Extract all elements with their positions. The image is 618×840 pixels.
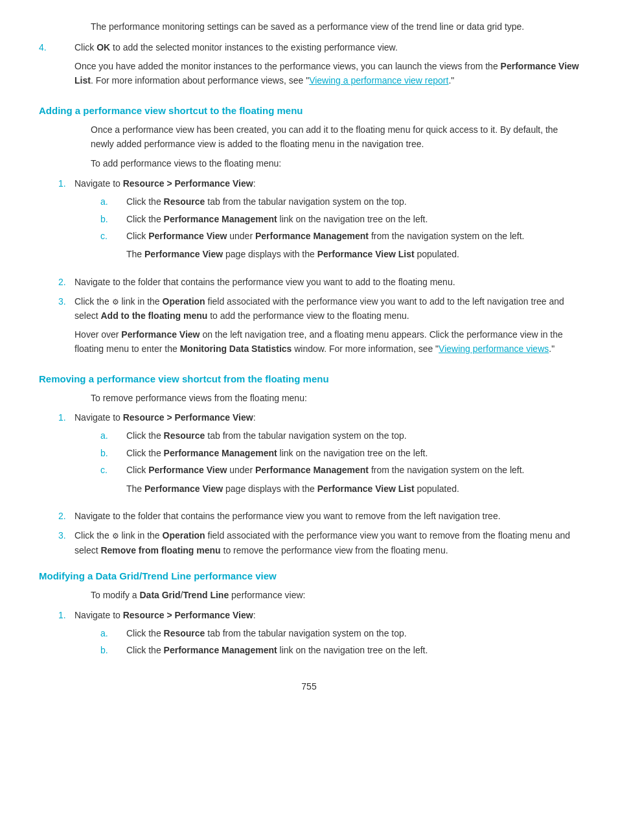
gear-icon-1: ⚙	[112, 296, 119, 309]
section3-heading: Modifying a Data Grid/Trend Line perform…	[39, 570, 579, 581]
gear-icon-2: ⚙	[112, 530, 119, 542]
section3-step1b-text: Click the Performance Management link on…	[126, 643, 579, 657]
section2-step1a-text: Click the Resource tab from the tabular …	[126, 428, 579, 443]
section3-step1b-letter: b.	[100, 643, 126, 657]
step4-content: Click OK to add the selected monitor ins…	[74, 40, 579, 91]
section1-intro-block: Once a performance view has been created…	[91, 122, 579, 171]
section1-step3-sub: Hover over Performance View on the left …	[74, 327, 579, 356]
section1-step2: 2. Navigate to the folder that contains …	[39, 275, 579, 289]
step4-sub: Once you have added the monitor instance…	[74, 59, 579, 88]
section2-step3-num: 3.	[39, 528, 74, 557]
section2-step1b: b. Click the Performance Management link…	[100, 446, 579, 460]
section2-step1c: c. Click Performance View under Performa…	[100, 463, 579, 500]
section3-step1-text: Navigate to Resource > Performance View:	[74, 610, 256, 620]
step4-item: 4. Click OK to add the selected monitor …	[39, 40, 579, 91]
section1-step1c-sub: The Performance View page displays with …	[126, 247, 579, 261]
section1-step1b-text: Click the Performance Management link on…	[126, 212, 579, 226]
section1-step1c-content: Click Performance View under Performance…	[126, 229, 579, 266]
section3-step1a: a. Click the Resource tab from the tabul…	[100, 626, 579, 640]
section3-step1-num: 1.	[39, 608, 74, 662]
section1-step1c-letter: c.	[100, 229, 126, 266]
step4-number: 4.	[39, 40, 74, 91]
section3-step1-content: Navigate to Resource > Performance View:…	[74, 608, 579, 662]
section1-step1b-letter: b.	[100, 212, 126, 226]
section2-step3-content: Click the ⚙ link in the Operation field …	[74, 528, 579, 557]
section3-step1b: b. Click the Performance Management link…	[100, 643, 579, 657]
section1-step3-num: 3.	[39, 294, 74, 360]
section2-step1c-content: Click Performance View under Performance…	[126, 463, 579, 500]
section2-step1-num: 1.	[39, 410, 74, 504]
section1-intro: Once a performance view has been created…	[91, 122, 579, 152]
section2-step1c-letter: c.	[100, 463, 126, 500]
section1-step3-content: Click the ⚙ link in the Operation field …	[74, 294, 579, 360]
section2-step3: 3. Click the ⚙ link in the Operation fie…	[39, 528, 579, 557]
step4-click: Click OK to add the selected monitor ins…	[74, 42, 398, 52]
section1-step2-num: 2.	[39, 275, 74, 289]
section2-step1-substeps: a. Click the Resource tab from the tabul…	[100, 428, 579, 500]
section1-intro2: To add performance views to the floating…	[91, 156, 579, 170]
intro-block: The performance monitoring settings can …	[91, 19, 579, 34]
section2-step1b-text: Click the Performance Management link on…	[126, 446, 579, 460]
section2-step1: 1. Navigate to Resource > Performance Vi…	[39, 410, 579, 504]
section2-step1a: a. Click the Resource tab from the tabul…	[100, 428, 579, 443]
section2-step1a-letter: a.	[100, 428, 126, 443]
section1-step1-text: Navigate to Resource > Performance View:	[74, 178, 256, 189]
section3-intro-block: To modify a Data Grid/Trend Line perform…	[91, 588, 579, 602]
section2-heading: Removing a performance view shortcut fro…	[39, 373, 579, 384]
section2-step1-text: Navigate to Resource > Performance View:	[74, 412, 256, 423]
section1-step1c: c. Click Performance View under Performa…	[100, 229, 579, 266]
section2-step2-num: 2.	[39, 509, 74, 523]
section2-step1b-letter: b.	[100, 446, 126, 460]
section1-step3: 3. Click the ⚙ link in the Operation fie…	[39, 294, 579, 360]
section1-heading: Adding a performance view shortcut to th…	[39, 105, 579, 116]
viewing-link-1[interactable]: Viewing a performance view report	[309, 75, 448, 86]
section1-step1b: b. Click the Performance Management link…	[100, 212, 579, 226]
section3-step1a-text: Click the Resource tab from the tabular …	[126, 626, 579, 640]
page-number: 755	[39, 681, 579, 692]
section3-step1-substeps: a. Click the Resource tab from the tabul…	[100, 626, 579, 658]
intro-p1: The performance monitoring settings can …	[91, 19, 579, 34]
section1-step1a-letter: a.	[100, 194, 126, 209]
section1-step2-text: Navigate to the folder that contains the…	[74, 275, 579, 289]
section1-step1-num: 1.	[39, 176, 74, 270]
section3-step1: 1. Navigate to Resource > Performance Vi…	[39, 608, 579, 662]
section2-step1c-sub: The Performance View page displays with …	[126, 482, 579, 496]
section2-step1-content: Navigate to Resource > Performance View:…	[74, 410, 579, 504]
section1-step1a-text: Click the Resource tab from the tabular …	[126, 194, 579, 209]
section3-intro: To modify a Data Grid/Trend Line perform…	[91, 588, 579, 602]
page-container: The performance monitoring settings can …	[0, 0, 618, 840]
section1-step1-content: Navigate to Resource > Performance View:…	[74, 176, 579, 270]
section3-step1a-letter: a.	[100, 626, 126, 640]
section1-step1-substeps: a. Click the Resource tab from the tabul…	[100, 194, 579, 266]
section2-step2: 2. Navigate to the folder that contains …	[39, 509, 579, 523]
section2-intro: To remove performance views from the flo…	[91, 391, 579, 405]
section2-intro-block: To remove performance views from the flo…	[91, 391, 579, 405]
section2-step2-text: Navigate to the folder that contains the…	[74, 509, 579, 523]
viewing-link-2[interactable]: Viewing performance views	[439, 344, 549, 354]
section1-step1: 1. Navigate to Resource > Performance Vi…	[39, 176, 579, 270]
section1-step1a: a. Click the Resource tab from the tabul…	[100, 194, 579, 209]
